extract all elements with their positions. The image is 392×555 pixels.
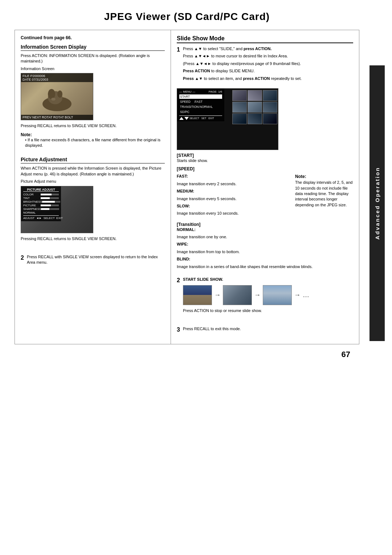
transition-bracket: [Transition] [177,222,353,227]
speed-right: Note: The display intervals of 2, 5, and… [295,174,353,218]
slide-show-title: Slide Show Mode [177,35,353,43]
continued-from: Continued from page 66. [21,35,165,40]
slide-menu-image: — MENU — PAGE: 1/6 START SPEED :FAST TRA… [177,88,278,150]
medium-text: Image transition every 5 seconds. [177,196,289,202]
arrow-1: → [214,291,221,299]
step1-line2: Press ▲▼◄► to move cursor to desired fil… [183,53,353,59]
press-action-label: press ACTION. [244,46,271,51]
resume-text: Press ACTION to stop or resume slide sho… [183,308,353,313]
slide-menu-page: PAGE: 1/6 [209,90,222,93]
step1-line4: Press ACTION to display SLIDE MENU. [183,68,353,74]
adjust-menu-bottom: ADJUST ◄► SELECT EXIT [23,215,59,220]
fast-label: FAST: [177,174,289,179]
sidebar-text: Advanced Operation [374,167,380,240]
step1-line3: (Press ▲▼◄► to display next/previous pag… [183,61,353,66]
start-bracket: [START] [177,153,353,158]
slide-thumb-2 [223,285,252,305]
step3-text: Press RECALL to exit this mode. [183,326,353,332]
wipe-text: Image transition from top to bottom. [177,249,353,255]
svg-point-2 [48,89,55,99]
start-text: Starts slide show. [177,158,353,163]
info-date: DATE 07/31/2003 [23,78,91,81]
slide-show-images: → → → … [183,285,353,305]
speed-note-label: Note: [295,174,306,179]
info-screen-image: FILE P2000006 DATE 07/31/2003 [21,73,93,120]
slide-menu-item-speed: SPEED :FAST [179,100,222,104]
ellipsis: … [303,291,309,299]
right-step1-content: Press ▲▼ to select "SLIDE," and press AC… [183,46,353,83]
info-note-text: • If a file name exceeds 8 characters, a… [25,137,165,149]
slide-thumb-1 [183,285,212,305]
start-slide-label: START SLIDE SHOW. [183,277,353,282]
right-step3-content: Press RECALL to exit this mode. [183,326,353,333]
picture-adj-title: Picture Adjustment [21,157,165,163]
slide-menu-item-start: START [179,94,222,99]
thumb-4 [232,102,247,113]
speed-grid: FAST: Image transition every 2 seconds. … [177,174,353,218]
adjust-row-picture: PICTURE [23,204,59,207]
right-step2-number: 2 [177,277,180,284]
normal-label: NORMAL: [177,227,353,232]
slide-thumb-3 [263,285,292,305]
left-step2-block: 2 Press RECALL with SINGLE VIEW screen d… [21,254,165,267]
speed-left: FAST: Image transition every 2 seconds. … [177,174,289,218]
picture-adj-text1: When ACTION is pressed while the Informa… [21,166,165,177]
step1-arrows1: ▲▼ to select "SLIDE," and [194,46,244,51]
adjust-menu-overlay: PICTURE ADJUST COLOR TINT [21,186,61,221]
right-step1-number: 1 [177,46,180,54]
slide-menu-overlay: — MENU — PAGE: 1/6 START SPEED :FAST TRA… [177,89,224,121]
info-bottom-bar: PREV NEXT ROTAT ROTAT BOLT [21,115,93,120]
thumb-5 [248,102,262,113]
blind-label: BLIND: [177,256,353,262]
info-bar: FILE P2000006 DATE 07/31/2003 [21,73,93,82]
svg-point-3 [57,90,62,98]
speed-note-text: The display intervals of 2, 5, and 10 se… [295,180,353,208]
speed-bracket: [SPEED] [177,166,353,171]
thumb-9 [263,113,277,124]
adjust-row-normal: NORMAL [23,211,59,214]
fast-text: Image transition every 2 seconds. [177,181,289,187]
select-icon [179,117,184,120]
right-step2-content: START SLIDE SHOW. → → → … Press ACTION t… [183,277,353,316]
thumb-1 [232,90,247,101]
slide-menu-title-bar: — MENU — PAGE: 1/6 [179,90,222,93]
slow-text: Image transition every 10 seconds. [177,211,289,216]
info-file: FILE P2000006 [23,74,91,78]
svg-point-4 [51,98,56,101]
page-title: JPEG Viewer (SD Card/PC Card) [4,0,370,30]
right-step3-block: 3 Press RECALL to exit this mode. [177,326,353,334]
info-nav-text: PREV NEXT ROTAT ROTAT BOLT [23,116,73,119]
blind-text: Image transition in a series of band-lik… [177,264,353,270]
slide-menu-bottom: SELECT SET EXIT [179,116,222,120]
right-column: Slide Show Mode 1 Press ▲▼ to select "SL… [171,30,359,344]
medium-label: MEDIUM: [177,189,289,194]
info-screen-title: Information Screen Display [21,44,165,51]
picture-adjust-image: PICTURE ADJUST COLOR TINT [21,186,93,233]
adjust-row-sharpness: SHARPNESS [23,207,59,211]
svg-marker-6 [184,117,189,120]
slide-menu-item-transition: TRANSITION:NORMAL [179,105,222,109]
wipe-label: WIPE: [177,242,353,247]
adjust-row-tint: TINT [23,197,59,200]
step1-line1: Press ▲▼ to select "SLIDE," and press AC… [183,46,353,52]
arrow-3: → [294,291,301,299]
info-note-box: Note: • If a file name exceeds 8 charact… [21,132,165,149]
dog-svg [35,80,79,113]
left-column: Continued from page 66. Information Scre… [15,30,171,344]
slide-menu-label: — MENU — [179,90,195,93]
info-screen-text1: Press ACTION: INFORMATION SCREEN is disp… [21,53,165,64]
slow-label: SLOW: [177,203,289,209]
thumb-6 [263,102,277,113]
picture-adj-return-text: Pressing RECALL returns to SINGLE VIEW S… [21,236,165,242]
sidebar-label: Advanced Operation [369,65,385,341]
thumb-3 [263,90,277,101]
thumbnail-grid [232,90,277,124]
set-icon [184,117,189,120]
picture-adj-screen-label: Picture Adjust menu [21,179,165,184]
info-note-label: Note: [21,132,32,137]
adjust-menu-title: PICTURE ADJUST [23,188,59,192]
adjust-row-color: COLOR [23,193,59,196]
arrow-2: → [254,291,261,299]
right-step2-block: 2 START SLIDE SHOW. → → → … [177,277,353,316]
info-screen-label: Information Screen [21,66,165,72]
